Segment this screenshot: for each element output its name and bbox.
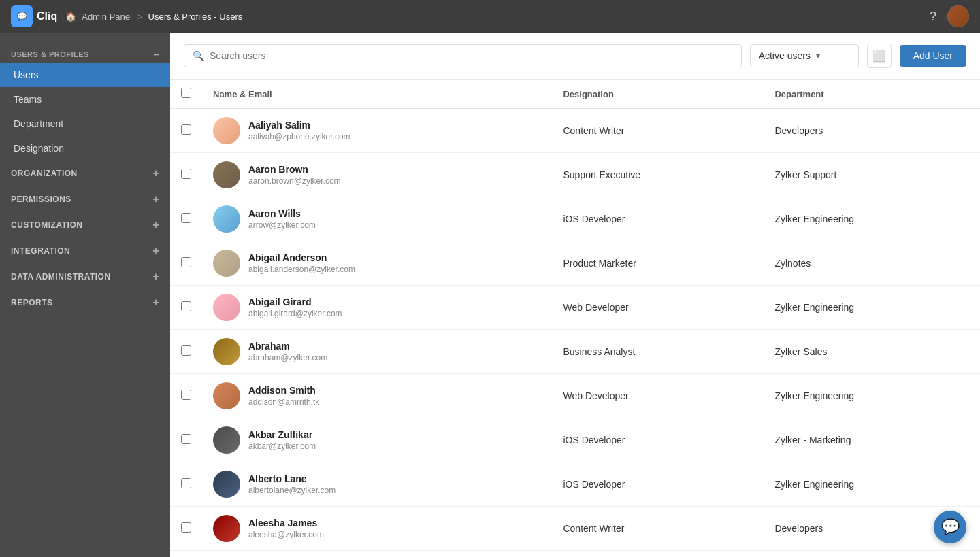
row-checkbox[interactable]	[181, 124, 191, 135]
user-name: Aaron Wills	[248, 208, 316, 219]
user-avatar	[213, 117, 240, 144]
row-checkbox[interactable]	[181, 301, 191, 311]
sidebar-section-data-admin[interactable]: DATA ADMINISTRATION +	[0, 264, 170, 290]
table-row[interactable]: Akbar Zulfikar akbar@zylker.com iOS Deve…	[170, 418, 980, 462]
logo[interactable]: 💬 Cliq	[11, 5, 57, 27]
table-row[interactable]: Addison Smith addison@amrrith.tk Web Dev…	[170, 374, 980, 418]
organization-expand-icon[interactable]: +	[152, 167, 159, 180]
user-name-email-cell: Aleesha James aleesha@zylker.com	[202, 507, 552, 551]
row-checkbox-cell	[170, 551, 202, 558]
chat-icon: 💬	[941, 518, 960, 536]
user-avatar	[213, 205, 240, 233]
sidebar-section-integ-label: INTEGRATION	[11, 246, 70, 256]
help-icon[interactable]: ?	[930, 10, 936, 24]
sidebar-item-label-designation: Designation	[14, 143, 64, 154]
user-email: addison@amrrith.tk	[248, 397, 319, 407]
export-button[interactable]: ⬜	[867, 44, 892, 68]
sidebar-item-department[interactable]: Department	[0, 112, 170, 136]
customization-expand-icon[interactable]: +	[152, 219, 159, 231]
user-department-cell: Zylker - Marketing	[764, 418, 980, 462]
table-row[interactable]: Aaron Wills arrow@zylker.com iOS Develop…	[170, 197, 980, 241]
filter-dropdown[interactable]: Active users ▾	[750, 44, 859, 67]
table-row[interactable]: Abigail Anderson abigail.anderson@zylker…	[170, 241, 980, 286]
row-checkbox-cell	[170, 507, 202, 551]
user-name: Addison Smith	[248, 385, 319, 396]
row-checkbox-cell	[170, 462, 202, 507]
user-avatar	[213, 294, 240, 321]
permissions-expand-icon[interactable]: +	[152, 193, 159, 205]
user-email: abigail.girard@zylker.com	[248, 309, 342, 318]
search-input[interactable]	[210, 50, 733, 61]
toolbar: 🔍 Active users ▾ ⬜ Add User	[170, 33, 980, 80]
breadcrumb: 🏠 Admin Panel > Users & Profiles - Users	[65, 12, 242, 22]
row-checkbox[interactable]	[181, 522, 191, 533]
user-name-email-cell: Addison Smith addison@amrrith.tk	[202, 374, 552, 418]
row-checkbox[interactable]	[181, 345, 191, 356]
sidebar-section-reports-label: REPORTS	[11, 298, 53, 307]
user-name: Aaliyah Salim	[248, 120, 350, 131]
user-email: abraham@zylker.com	[248, 353, 327, 362]
sidebar-item-label-users: Users	[14, 69, 39, 80]
collapse-button[interactable]: –	[154, 49, 159, 60]
home-icon[interactable]: 🏠	[65, 12, 76, 22]
select-all-checkbox[interactable]	[181, 88, 191, 98]
sidebar-section-customization[interactable]: CUSTOMIZATION +	[0, 212, 170, 238]
sidebar-section-reports[interactable]: REPORTS +	[0, 290, 170, 316]
sidebar-section-integration[interactable]: INTEGRATION +	[0, 238, 170, 264]
sidebar-section-org-label: ORGANIZATION	[11, 169, 78, 178]
row-checkbox-cell	[170, 109, 202, 153]
user-designation-cell: Support Executive	[552, 153, 764, 197]
sidebar-item-designation[interactable]: Designation	[0, 136, 170, 161]
add-user-button[interactable]: Add User	[900, 45, 966, 67]
sidebar-item-teams[interactable]: Teams	[0, 87, 170, 112]
table-row[interactable]: Aaron Brown aaron.brown@zylker.com Suppo…	[170, 153, 980, 197]
avatar[interactable]	[947, 5, 969, 27]
user-designation-cell	[552, 551, 764, 558]
user-avatar	[213, 426, 240, 454]
sidebar-section-organization[interactable]: ORGANIZATION +	[0, 161, 170, 186]
table-header: Name & Email Designation Department	[170, 80, 980, 109]
user-name-email-cell: Akbar Zulfikar akbar@zylker.com	[202, 418, 552, 462]
integration-expand-icon[interactable]: +	[152, 245, 159, 257]
reports-expand-icon[interactable]: +	[152, 297, 159, 309]
row-checkbox-cell	[170, 286, 202, 330]
sidebar-item-label-department: Department	[14, 118, 63, 129]
user-name: Alberto Lane	[248, 473, 336, 484]
sidebar-section-perm-label: PERMISSIONS	[11, 195, 71, 204]
user-department-cell: Zylker Engineering	[764, 286, 980, 330]
user-department-cell: Developers	[764, 109, 980, 153]
sidebar-item-label-teams: Teams	[14, 94, 42, 105]
user-designation-cell: iOS Developer	[552, 418, 764, 462]
chevron-down-icon: ▾	[816, 51, 820, 61]
table-row[interactable]: Alejandro Mendoza	[170, 551, 980, 558]
avatar-image	[947, 5, 969, 27]
user-designation-cell: Product Marketer	[552, 241, 764, 286]
row-checkbox[interactable]	[181, 169, 191, 179]
export-icon: ⬜	[872, 50, 886, 63]
sidebar-section-custom-label: CUSTOMIZATION	[11, 220, 82, 230]
search-box[interactable]: 🔍	[184, 44, 742, 67]
table-row[interactable]: Abigail Girard abigail.girard@zylker.com…	[170, 286, 980, 330]
main-layout: USERS & PROFILES – Users Teams Departmen…	[0, 33, 980, 557]
sidebar-item-users[interactable]: Users	[0, 63, 170, 87]
table-row[interactable]: Aleesha James aleesha@zylker.com Content…	[170, 507, 980, 551]
row-checkbox[interactable]	[181, 434, 191, 444]
row-checkbox[interactable]	[181, 478, 191, 488]
topbar-left: 💬 Cliq 🏠 Admin Panel > Users & Profiles …	[11, 5, 242, 27]
row-checkbox[interactable]	[181, 213, 191, 223]
table-row[interactable]: Alberto Lane albertolane@zylker.com iOS …	[170, 462, 980, 507]
row-checkbox[interactable]	[181, 390, 191, 400]
user-designation-cell: Business Analyst	[552, 330, 764, 374]
chat-bubble[interactable]: 💬	[934, 511, 966, 543]
row-checkbox[interactable]	[181, 257, 191, 267]
user-email: aleesha@zylker.com	[248, 530, 324, 539]
table-row[interactable]: Aaliyah Salim aaliyah@zphone.zylker.com …	[170, 109, 980, 153]
user-email: aaron.brown@zylker.com	[248, 176, 341, 186]
data-admin-expand-icon[interactable]: +	[152, 271, 159, 283]
breadcrumb-sep: >	[137, 12, 143, 22]
breadcrumb-admin[interactable]: Admin Panel	[82, 12, 132, 22]
user-avatar	[213, 471, 240, 498]
user-name-email-cell: Aaron Wills arrow@zylker.com	[202, 197, 552, 241]
table-row[interactable]: Abraham abraham@zylker.com Business Anal…	[170, 330, 980, 374]
sidebar-section-permissions[interactable]: PERMISSIONS +	[0, 186, 170, 212]
